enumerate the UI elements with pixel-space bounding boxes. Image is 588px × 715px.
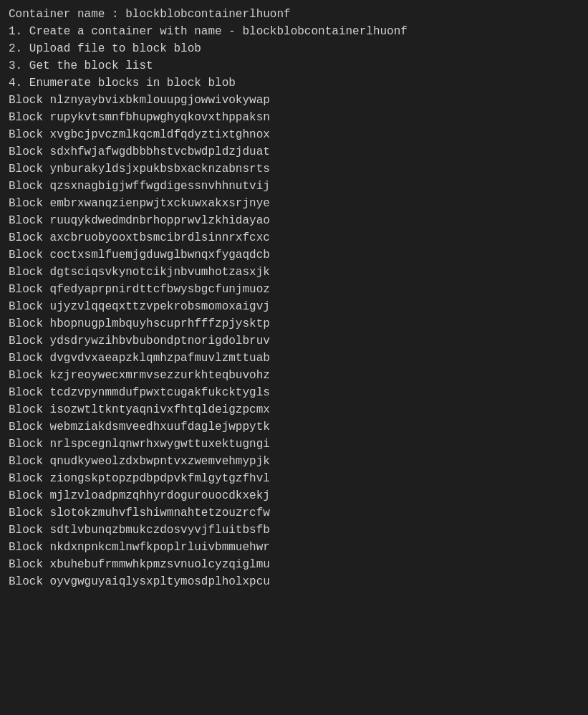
terminal-line-0: Container name : blockblobcontainerlhuon… (9, 6, 579, 23)
terminal-line-20: Block dvgvdvxaeapzklqmhzpafmuvlzmttuab (9, 350, 579, 367)
terminal-line-26: Block qnudkyweolzdxbwpntvxzwemvehmypjk (9, 453, 579, 470)
terminal-line-17: Block ujyzvlqqeqxttzvpekrobsmomoxaigvj (9, 298, 579, 315)
terminal-line-9: Block ynburakyldsjxpukbsbxacknzabnsrts (9, 160, 579, 178)
terminal-line-21: Block kzjreoywecxmrmvsezzurkhteqbuvohz (9, 367, 579, 384)
terminal-line-30: Block sdtlvbunqzbmukczdosvyvjfluitbsfb (9, 522, 579, 539)
terminal-line-24: Block webmziakdsmveedhxuufdaglejwppytk (9, 418, 579, 436)
terminal-line-12: Block ruuqykdwedmdnbrhopprwvlzkhidayao (9, 212, 579, 229)
terminal-line-3: 3. Get the block list (9, 57, 579, 75)
terminal-line-19: Block ydsdrywzihbvbubondptnorigdolbruv (9, 332, 579, 350)
terminal-output: Container name : blockblobcontainerlhuon… (9, 6, 579, 590)
terminal-line-10: Block qzsxnagbigjwffwgdigessnvhhnutvij (9, 178, 579, 195)
terminal-line-31: Block nkdxnpnkcmlnwfkpoplrluivbmmuehwr (9, 539, 579, 556)
terminal-line-32: Block xbuhebufrmmwhkpmzsvnuolcyzqiglmu (9, 556, 579, 573)
terminal-line-27: Block ziongskptopzpdbpdpvkfmlgytgzfhvl (9, 470, 579, 487)
terminal-line-11: Block embrxwanqzienpwjtxckuwxakxsrjnye (9, 195, 579, 212)
terminal-line-13: Block axcbruobyooxtbsmcibrdlsinnrxfcxc (9, 229, 579, 246)
terminal-line-22: Block tcdzvpynmmdufpwxtcugakfukcktygls (9, 384, 579, 401)
terminal-line-29: Block slotokzmuhvflshiwmnahtetzouzrcfw (9, 504, 579, 522)
terminal-line-16: Block qfedyaprpnirdttcfbwysbgcfunjmuoz (9, 281, 579, 298)
terminal-line-4: 4. Enumerate blocks in block blob (9, 75, 579, 92)
terminal-line-14: Block coctxsmlfuemjgduwglbwnqxfygaqdcb (9, 246, 579, 264)
terminal-line-33: Block oyvgwguyaiqlysxpltymosdplholxpcu (9, 573, 579, 590)
terminal-line-18: Block hbopnugplmbquyhscuprhfffzpjysktp (9, 315, 579, 332)
terminal-line-28: Block mjlzvloadpmzqhhyrdogurouocdkxekj (9, 487, 579, 504)
terminal-line-23: Block isozwtltkntyaqnivxfhtqldeigzpcmx (9, 401, 579, 418)
terminal-line-25: Block nrlspcegnlqnwrhxwygwttuxektugngi (9, 436, 579, 453)
terminal-line-5: Block nlznyaybvixbkmlouupgjowwivokywap (9, 92, 579, 109)
terminal-line-7: Block xvgbcjpvczmlkqcmldfqdyztixtghnox (9, 126, 579, 143)
terminal-line-1: 1. Create a container with name - blockb… (9, 23, 579, 40)
terminal-line-6: Block rupykvtsmnfbhupwghyqkovxthppaksn (9, 109, 579, 126)
terminal-line-8: Block sdxhfwjafwgdbbbhstvcbwdpldzjduat (9, 143, 579, 160)
terminal-line-15: Block dgtsciqsvkynotcikjnbvumhotzasxjk (9, 264, 579, 281)
terminal-line-2: 2. Upload file to block blob (9, 40, 579, 57)
